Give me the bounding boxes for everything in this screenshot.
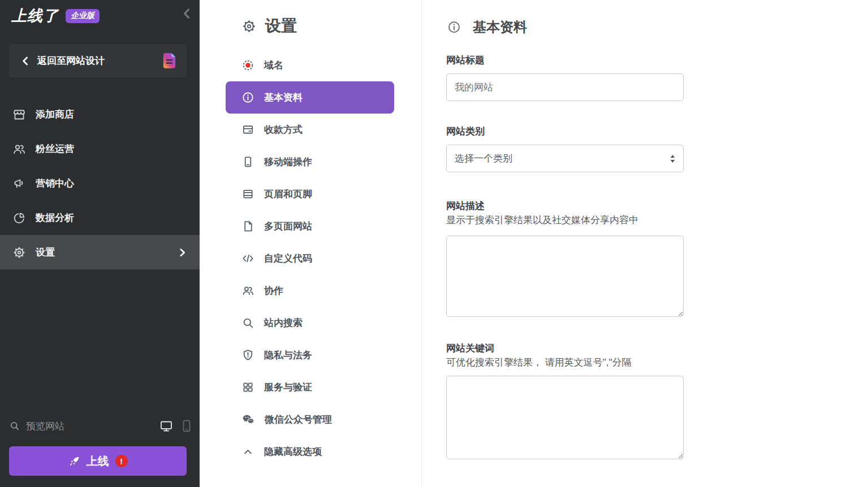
settings-menu-header: 设置 [200, 0, 421, 37]
plan-badge: 企业版 [66, 9, 100, 23]
sidebar-item-analytics[interactable]: 数据分析 [0, 201, 200, 235]
search-icon [241, 316, 254, 329]
back-button-label: 返回至网站设计 [37, 54, 105, 67]
publish-button-label: 上线 [87, 454, 109, 469]
sidebar-collapse-button[interactable] [179, 6, 195, 21]
device-toggle [159, 419, 191, 433]
site-description-label: 网站描述 [446, 199, 868, 212]
chevron-left-icon [20, 56, 31, 66]
sidebar-item-add-store[interactable]: 添加商店 [0, 97, 200, 132]
site-title-label: 网站标题 [446, 54, 868, 67]
pie-chart-icon [12, 211, 26, 225]
wechat-icon [241, 413, 255, 426]
chevron-left-icon [180, 7, 194, 20]
info-circle-icon [447, 20, 461, 34]
back-to-design-button[interactable]: 返回至网站设计 [9, 44, 187, 77]
menu-item-label: 多页面网站 [264, 220, 312, 233]
content-header: 基本资料 [422, 0, 868, 37]
menu-item-label: 收款方式 [264, 123, 303, 136]
settings-menu-title: 设置 [265, 15, 297, 37]
site-title-input[interactable] [446, 73, 684, 101]
preview-site-row[interactable]: 预览网站 [9, 418, 191, 434]
menu-item-domain[interactable]: 域名 [226, 49, 394, 81]
app-sidebar: 上线了 企业版 返回至网站设计 添加商店 [0, 0, 200, 487]
preview-site-label: 预览网站 [26, 420, 64, 433]
sidebar-item-label: 添加商店 [36, 108, 74, 121]
menu-item-label: 移动端操作 [264, 155, 312, 168]
sidebar-item-fans[interactable]: 粉丝运营 [0, 132, 200, 166]
sidebar-item-marketing[interactable]: 营销中心 [0, 166, 200, 201]
settings-menu-list: 域名 基本资料 收款方式 移动端操作 [200, 49, 421, 468]
sidebar-item-label: 数据分析 [36, 211, 74, 224]
users-icon [241, 284, 254, 297]
menu-item-hide-advanced[interactable]: 隐藏高级选项 [226, 436, 394, 468]
mobile-icon [241, 155, 254, 168]
design-document-icon [162, 53, 176, 69]
menu-item-privacy-legal[interactable]: 隐私与法务 [226, 339, 394, 371]
sidebar-item-label: 粉丝运营 [36, 142, 74, 155]
site-keywords-hint: 可优化搜索引擎结果， 请用英文逗号","分隔 [446, 356, 868, 369]
users-icon [12, 142, 26, 156]
menu-item-label: 域名 [264, 59, 283, 72]
menu-item-label: 隐私与法务 [264, 349, 312, 362]
code-icon [241, 252, 254, 265]
menu-item-services-verification[interactable]: 服务与验证 [226, 371, 394, 403]
site-keywords-label: 网站关键词 [446, 342, 868, 355]
rocket-icon [68, 455, 80, 467]
menu-item-multipage[interactable]: 多页面网站 [226, 210, 394, 242]
shield-alert-icon [241, 349, 254, 362]
menu-item-collaboration[interactable]: 协作 [226, 275, 394, 307]
menu-item-label: 协作 [264, 284, 283, 297]
sidebar-nav: 添加商店 粉丝运营 营销中心 数据分析 [0, 97, 200, 269]
menu-item-label: 站内搜索 [264, 316, 303, 329]
settings-menu-panel: 设置 域名 基本资料 收款方式 [200, 0, 422, 487]
gear-icon [12, 246, 26, 259]
megaphone-icon [12, 177, 26, 190]
site-description-hint: 显示于搜索引擎结果以及社交媒体分享内容中 [446, 214, 868, 227]
gear-icon [241, 19, 257, 34]
menu-item-label: 自定义代码 [264, 252, 312, 265]
page-title: 基本资料 [473, 18, 527, 36]
menu-item-basic-info[interactable]: 基本资料 [226, 81, 394, 114]
sidebar-item-label: 营销中心 [36, 177, 74, 190]
menu-item-label: 页眉和页脚 [264, 188, 312, 201]
sidebar-item-settings[interactable]: 设置 [0, 235, 200, 269]
site-category-select[interactable]: 选择一个类别 [446, 145, 684, 172]
layout-rows-icon [241, 188, 254, 201]
smartphone-icon[interactable] [183, 420, 191, 432]
search-icon [9, 420, 20, 432]
menu-item-label: 基本资料 [264, 91, 303, 104]
sidebar-item-label: 设置 [36, 246, 55, 259]
menu-item-wechat-account[interactable]: 微信公众号管理 [226, 403, 394, 436]
menu-item-payment[interactable]: 收款方式 [226, 114, 394, 146]
menu-item-mobile[interactable]: 移动端操作 [226, 146, 394, 178]
site-description-textarea[interactable] [446, 236, 684, 317]
globe-alert-icon [241, 59, 254, 72]
storefront-icon [12, 108, 26, 121]
menu-item-site-search[interactable]: 站内搜索 [226, 307, 394, 339]
credit-card-icon [241, 123, 254, 136]
publish-button[interactable]: 上线 ! [9, 446, 187, 476]
info-circle-icon [241, 91, 254, 104]
grid-icon [241, 381, 254, 394]
site-keywords-textarea[interactable] [446, 376, 684, 459]
basic-info-form: 网站标题 网站类别 选择一个类别 网站描述 显示于搜索引擎结果以及社交媒体分享内… [422, 37, 868, 487]
menu-item-label: 微信公众号管理 [265, 413, 332, 426]
app-logo: 上线了 [11, 6, 59, 26]
chevron-right-icon [177, 247, 187, 258]
menu-item-label: 隐藏高级选项 [264, 445, 322, 458]
menu-item-custom-code[interactable]: 自定义代码 [226, 242, 394, 275]
monitor-icon[interactable] [159, 419, 174, 433]
site-category-selected-value: 选择一个类别 [455, 152, 512, 165]
select-spinner-icon [668, 153, 677, 165]
chevron-up-icon [241, 445, 254, 458]
menu-item-header-footer[interactable]: 页眉和页脚 [226, 178, 394, 210]
settings-content-panel: 基本资料 网站标题 网站类别 选择一个类别 网站描述 显示于搜索引擎结果以及社交… [422, 0, 868, 487]
menu-item-label: 服务与验证 [264, 381, 312, 394]
site-category-label: 网站类别 [446, 125, 868, 138]
page-icon [241, 220, 254, 233]
publish-alert-badge: ! [115, 455, 128, 467]
logo-row: 上线了 企业版 [0, 0, 200, 26]
